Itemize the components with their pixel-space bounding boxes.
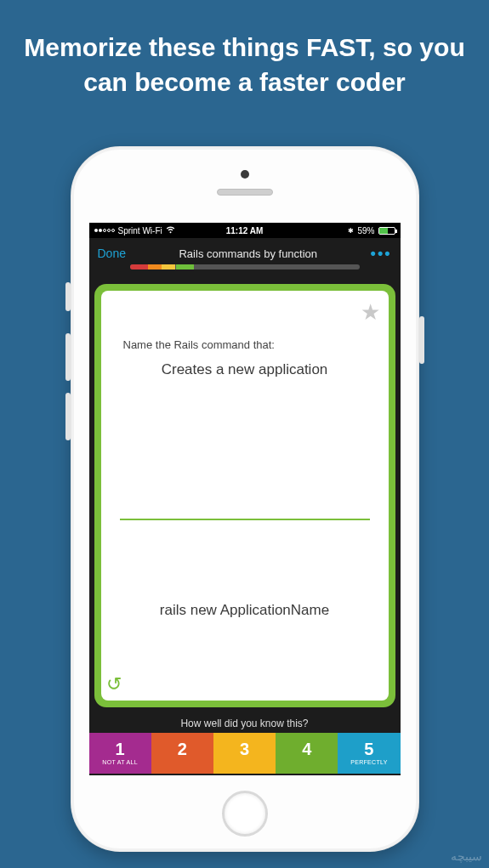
done-button[interactable]: Done (98, 247, 126, 260)
screen: Sprint Wi-Fi 11:12 AM ✱ 59% Done (89, 223, 401, 775)
wifi-icon (166, 226, 175, 235)
rating-row: 1 NOT AT ALL 2 3 4 (89, 733, 401, 774)
flashcard[interactable]: ★ ↺ Name the Rails command that: Creates… (101, 291, 389, 701)
phone-power-button (419, 316, 424, 364)
phone-home-button[interactable] (222, 791, 268, 837)
deck-title: Rails commands by function (126, 247, 371, 260)
rating-num: 3 (240, 740, 249, 757)
phone-speaker (217, 189, 273, 196)
marketing-headline: Memorize these things FAST, so you can b… (0, 0, 489, 99)
battery-icon (378, 227, 395, 235)
watermark-text: سیبچه (451, 849, 482, 863)
phone-volume-up (65, 333, 71, 381)
card-prompt: Name the Rails command that: (123, 338, 367, 351)
more-button[interactable]: ••• (371, 245, 392, 263)
progress-seg-4 (176, 264, 195, 269)
progress-seg-1 (130, 264, 149, 269)
phone-camera (241, 170, 249, 179)
card-border: ★ ↺ Name the Rails command that: Creates… (94, 284, 395, 707)
rating-button-2[interactable]: 2 (151, 733, 213, 774)
battery-pct: 59% (357, 226, 374, 235)
progress-seg-2 (148, 264, 162, 269)
rating-num: 2 (178, 740, 187, 757)
battery-fill (379, 228, 389, 234)
phone-frame: Sprint Wi-Fi 11:12 AM ✱ 59% Done (71, 146, 419, 852)
star-icon[interactable]: ★ (361, 299, 380, 326)
status-bar: Sprint Wi-Fi 11:12 AM ✱ 59% (89, 223, 401, 238)
phone-mute-switch (65, 282, 71, 311)
rating-num: 4 (302, 740, 311, 757)
progress-bar (130, 264, 360, 269)
signal-icon (94, 229, 115, 232)
card-front: Name the Rails command that: Creates a n… (101, 291, 389, 519)
rating-button-3[interactable]: 3 (213, 733, 276, 774)
card-question: Creates a new application (123, 361, 367, 378)
watermark: سیبچه (451, 848, 482, 863)
rating-button-5[interactable]: 5 PERFECTLY (338, 733, 400, 774)
nav-bar: Done Rails commands by function ••• (89, 238, 401, 279)
progress-seg-3 (162, 264, 175, 269)
phone-volume-down (65, 393, 71, 440)
rating-num: 5 (364, 740, 373, 757)
card-back: rails new ApplicationName (101, 520, 389, 701)
rating-button-4[interactable]: 4 (276, 733, 338, 774)
rating-num: 1 (116, 740, 125, 757)
clock: 11:12 AM (195, 226, 295, 235)
rating-footer: How well did you know this? 1 NOT AT ALL… (89, 712, 401, 775)
card-answer: rails new ApplicationName (160, 602, 329, 619)
rating-sub: PERFECTLY (350, 759, 387, 766)
carrier-label: Sprint Wi-Fi (118, 226, 162, 235)
undo-icon[interactable]: ↺ (106, 673, 122, 695)
rating-prompt: How well did you know this? (89, 712, 401, 733)
rating-sub: NOT AT ALL (102, 759, 138, 766)
bluetooth-icon: ✱ (348, 227, 354, 235)
rating-button-1[interactable]: 1 NOT AT ALL (89, 733, 151, 774)
card-area: ★ ↺ Name the Rails command that: Creates… (89, 279, 401, 712)
